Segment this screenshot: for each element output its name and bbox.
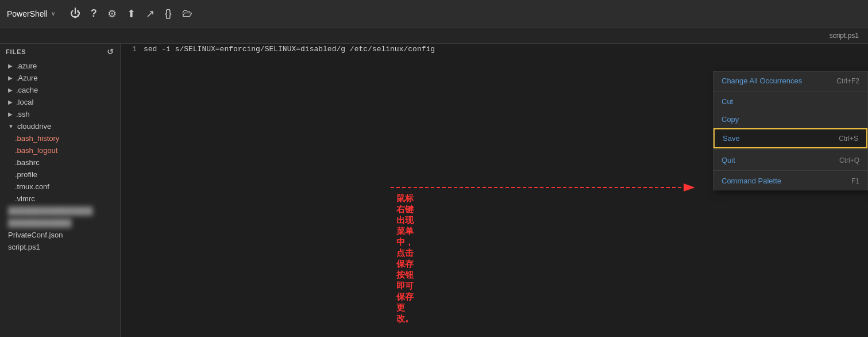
sidebar-item-azure-lower[interactable]: ▶ .azure — [0, 60, 120, 72]
share-icon[interactable]: ↗ — [146, 7, 155, 20]
sidebar-item-label: .vimrc — [15, 194, 35, 203]
sidebar-files-label: FILES — [6, 48, 26, 55]
help-icon[interactable]: ? — [91, 7, 97, 20]
sidebar-item-profile[interactable]: .profile — [0, 168, 120, 181]
upload-icon[interactable]: ⬆ — [127, 7, 136, 20]
open-icon[interactable]: 🗁 — [182, 7, 192, 20]
sidebar-item-local[interactable]: ▶ .local — [0, 96, 120, 108]
sidebar-item-label: .profile — [15, 170, 37, 179]
sidebar-item-clouddrive[interactable]: ▼ clouddrive — [0, 120, 120, 132]
sidebar-item-label: .tmux.conf — [15, 182, 49, 191]
sidebar-item-label: .azure — [16, 62, 37, 70]
menu-shortcut: Ctrl+Q — [839, 156, 859, 164]
menu-shortcut: F1 — [851, 177, 859, 185]
sidebar-item-label: .bashrc — [15, 158, 40, 167]
annotation-text: 鼠标右键出现菜单中，点击保存按钮即可保存更改。 — [396, 193, 414, 324]
settings-icon[interactable]: ⚙ — [107, 7, 117, 20]
arrow-icon: ▶ — [8, 87, 13, 93]
tabbar: script.ps1 — [0, 28, 868, 44]
menu-item-label: Quit — [722, 156, 735, 164]
annotation-arrow — [391, 182, 735, 228]
menu-item-change-all[interactable]: Change All Occurrences Ctrl+F2 — [713, 72, 867, 90]
sidebar-item-azure-upper[interactable]: ▶ .Azure — [0, 72, 120, 84]
sidebar-item-label: PrivateConf.json — [8, 231, 63, 239]
menu-shortcut: Ctrl+F2 — [836, 77, 859, 85]
sidebar-item-label: script.ps1 — [8, 243, 40, 251]
arrow-icon: ▶ — [8, 63, 13, 69]
sidebar-item-label: .local — [16, 98, 33, 106]
arrow-icon: ▼ — [8, 123, 14, 129]
sidebar-item-label: ████████████ — [8, 219, 72, 227]
arrow-icon: ▶ — [8, 75, 13, 81]
menu-item-command-palette[interactable]: Command Palette F1 — [713, 172, 867, 190]
menu-divider-1 — [713, 91, 867, 91]
menu-divider-3 — [713, 170, 867, 171]
sidebar-item-vimrc[interactable]: .vimrc — [0, 193, 120, 205]
sidebar-item-label: .bash_history — [15, 134, 59, 143]
menu-item-copy[interactable]: Copy — [713, 110, 867, 128]
sidebar-item-tmux[interactable]: .tmux.conf — [0, 181, 120, 193]
main-layout: FILES ↺ ▶ .azure ▶ .Azure ▶ .cache ▶ .lo… — [0, 44, 868, 337]
sidebar-item-label: clouddrive — [17, 122, 51, 131]
sidebar-item-cache[interactable]: ▶ .cache — [0, 84, 120, 96]
context-menu: Change All Occurrences Ctrl+F2 Cut Copy … — [713, 71, 868, 190]
code-icon[interactable]: {} — [165, 7, 172, 20]
sidebar: FILES ↺ ▶ .azure ▶ .Azure ▶ .cache ▶ .lo… — [0, 44, 121, 337]
sidebar-item-label: .cache — [16, 86, 38, 94]
sidebar-item-ssh[interactable]: ▶ .ssh — [0, 108, 120, 120]
toolbar: PowerShell ∨ ⏻ ? ⚙ ⬆ ↗ {} 🗁 — [0, 0, 868, 28]
refresh-icon[interactable]: ↺ — [107, 47, 114, 56]
sidebar-item-bashrc[interactable]: .bashrc — [0, 156, 120, 168]
sidebar-item-bash-logout[interactable]: .bash_logout — [0, 144, 120, 156]
editor-area[interactable]: 1 sed -i s/SELINUX=enforcing/SELINUX=dis… — [121, 44, 868, 337]
toolbar-icons: ⏻ ? ⚙ ⬆ ↗ {} 🗁 — [70, 7, 192, 20]
sidebar-header: FILES ↺ — [0, 44, 120, 60]
menu-shortcut: Ctrl+S — [839, 135, 858, 143]
menu-item-cut[interactable]: Cut — [713, 93, 867, 110]
sidebar-item-label: .ssh — [16, 110, 30, 118]
sidebar-item-bash-history[interactable]: .bash_history — [0, 132, 120, 144]
menu-item-label: Copy — [722, 115, 739, 124]
menu-item-label: Cut — [722, 97, 733, 106]
line-number-1: 1 — [121, 45, 144, 53]
sidebar-item-label: ████████████████ — [8, 206, 92, 215]
menu-item-save[interactable]: Save Ctrl+S — [713, 128, 867, 148]
sidebar-item-blurred1[interactable]: ████████████████ — [0, 205, 120, 217]
menu-item-label: Save — [723, 134, 740, 143]
editor-line-1: 1 sed -i s/SELINUX=enforcing/SELINUX=dis… — [121, 44, 868, 55]
arrow-icon: ▶ — [8, 111, 13, 117]
menu-item-label: Change All Occurrences — [722, 76, 802, 85]
sidebar-item-scriptps1[interactable]: script.ps1 — [0, 241, 120, 253]
tab-filename: script.ps1 — [830, 32, 859, 40]
brand-chevron[interactable]: ∨ — [51, 10, 55, 17]
arrow-icon: ▶ — [8, 99, 13, 105]
sidebar-item-privateconf[interactable]: PrivateConf.json — [0, 229, 120, 241]
brand: PowerShell ∨ — [7, 9, 55, 18]
menu-item-quit[interactable]: Quit Ctrl+Q — [713, 151, 867, 169]
power-icon[interactable]: ⏻ — [70, 7, 80, 20]
line-content-1: sed -i s/SELINUX=enforcing/SELINUX=disab… — [144, 45, 435, 53]
menu-divider-2 — [713, 150, 867, 150]
menu-item-label: Command Palette — [722, 177, 781, 185]
sidebar-item-label: .bash_logout — [15, 146, 57, 155]
sidebar-item-label: .Azure — [16, 74, 38, 82]
brand-label: PowerShell — [7, 9, 48, 18]
sidebar-item-blurred2[interactable]: ████████████ — [0, 217, 120, 229]
